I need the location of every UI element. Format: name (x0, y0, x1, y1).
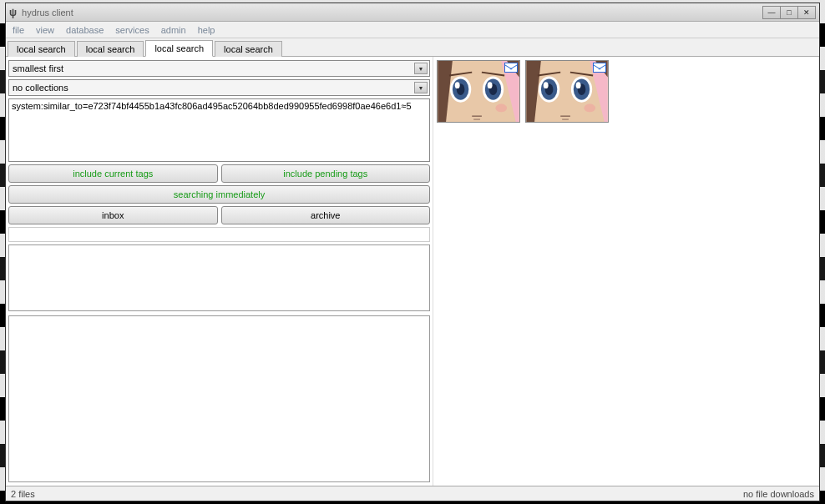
search-panel: smallest first no collections system:sim… (6, 57, 433, 486)
app-icon: ψ (9, 7, 17, 18)
thumbnail[interactable] (437, 60, 520, 123)
svg-point-19 (584, 104, 595, 113)
window-buttons: — □ ✕ (763, 6, 816, 19)
autocomplete-area[interactable] (8, 244, 430, 311)
svg-point-18 (576, 82, 581, 88)
maximize-button[interactable]: □ (780, 6, 798, 19)
searching-immediately-button[interactable]: searching immediately (8, 185, 430, 204)
thumbnail-grid (433, 57, 819, 486)
menu-database[interactable]: database (66, 25, 104, 35)
menu-help[interactable]: help (198, 25, 215, 35)
tab-local-search-3[interactable]: local search (145, 40, 213, 57)
tag-input[interactable] (8, 227, 430, 242)
chevron-down-icon (414, 63, 428, 74)
inbox-icon (504, 63, 518, 73)
statusbar: 2 files no file downloads (6, 486, 819, 501)
titlebar: ψ hydrus client — □ ✕ (6, 3, 819, 22)
status-downloads: no file downloads (743, 489, 814, 499)
collections-dropdown[interactable]: no collections (8, 79, 430, 96)
minimize-button[interactable]: — (762, 6, 781, 19)
thumbnail[interactable] (525, 60, 609, 123)
include-current-tags-button[interactable]: include current tags (8, 164, 218, 183)
inbox-button[interactable]: inbox (8, 206, 218, 224)
archive-button[interactable]: archive (221, 206, 431, 224)
app-window: ψ hydrus client — □ ✕ file view database… (5, 3, 820, 501)
chevron-down-icon (414, 82, 428, 93)
content-area: smallest first no collections system:sim… (6, 57, 819, 486)
menubar: file view database services admin help (6, 22, 819, 38)
menu-view[interactable]: view (36, 25, 54, 35)
tab-local-search-4[interactable]: local search (215, 41, 282, 57)
svg-point-9 (495, 104, 507, 113)
include-pending-tags-button[interactable]: include pending tags (221, 164, 431, 183)
menu-admin[interactable]: admin (161, 25, 186, 35)
sort-value: smallest first (13, 63, 63, 73)
tab-local-search-1[interactable]: local search (8, 41, 75, 57)
window-title: hydrus client (22, 8, 763, 18)
status-file-count: 2 files (11, 489, 35, 499)
sort-dropdown[interactable]: smallest first (8, 60, 430, 77)
selection-tags-area[interactable] (8, 315, 430, 482)
close-button[interactable]: ✕ (797, 6, 816, 19)
menu-file[interactable]: file (13, 25, 24, 35)
query-predicate[interactable]: system:similar_to=e723f74bf4455b1a43fc80… (12, 101, 412, 111)
svg-point-14 (544, 82, 549, 88)
menu-services[interactable]: services (115, 25, 149, 35)
svg-point-4 (455, 82, 460, 88)
svg-point-8 (488, 82, 493, 88)
tab-strip: local search local search local search l… (6, 38, 819, 57)
collections-value: no collections (13, 83, 68, 93)
inbox-icon (593, 63, 606, 73)
tab-local-search-2[interactable]: local search (77, 41, 144, 57)
query-list[interactable]: system:similar_to=e723f74bf4455b1a43fc80… (8, 98, 430, 162)
